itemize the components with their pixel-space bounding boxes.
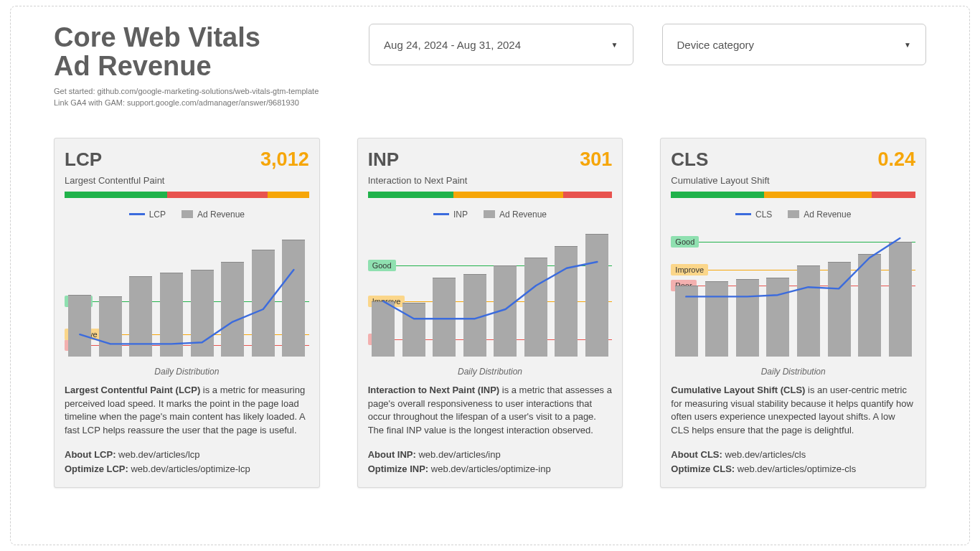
legend-bar: Ad Revenue bbox=[484, 209, 547, 220]
page-title: Core Web Vitals Ad Revenue bbox=[54, 24, 340, 81]
metric-card-inp: INP 301 Interaction to Next Paint INP Ad… bbox=[357, 138, 623, 488]
bar bbox=[99, 296, 122, 357]
bar-swatch-icon bbox=[788, 210, 799, 218]
get-started-link[interactable]: Get started: github.com/google-marketing… bbox=[54, 85, 340, 98]
bar bbox=[494, 265, 517, 357]
chart-legend: LCP Ad Revenue bbox=[65, 209, 309, 220]
threshold-bar bbox=[65, 192, 309, 198]
chart-zone: PoorImproveGood bbox=[671, 222, 915, 362]
legend-line: INP bbox=[433, 209, 468, 220]
about-link[interactable]: web.dev/articles/inp bbox=[418, 449, 500, 460]
metric-value: 0.24 bbox=[877, 149, 915, 171]
legend-line: LCP bbox=[129, 209, 166, 220]
metric-value: 301 bbox=[580, 149, 612, 171]
threshold-seg-red bbox=[872, 192, 915, 198]
bar bbox=[889, 242, 912, 357]
bar bbox=[129, 276, 152, 357]
caret-down-icon: ▼ bbox=[611, 41, 618, 49]
cards-row: LCP 3,012 Largest Contentful Paint LCP A… bbox=[54, 138, 926, 488]
legend-line-label: CLS bbox=[755, 209, 772, 220]
about-link[interactable]: web.dev/articles/cls bbox=[725, 449, 806, 460]
optimize-link[interactable]: web.dev/articles/optimize-lcp bbox=[131, 463, 250, 474]
bar bbox=[585, 234, 608, 357]
threshold-seg-yellow bbox=[764, 192, 872, 198]
metric-links: About LCP: web.dev/articles/lcp Optimize… bbox=[65, 448, 309, 476]
bar bbox=[372, 301, 395, 357]
bar bbox=[191, 270, 214, 357]
chart-caption: Daily Distribution bbox=[65, 367, 309, 377]
bar bbox=[555, 246, 578, 357]
threshold-pill-good: Good bbox=[368, 260, 396, 271]
header-row: Core Web Vitals Ad Revenue Get started: … bbox=[54, 24, 926, 109]
bar bbox=[402, 303, 425, 357]
threshold-pill-good: Good bbox=[671, 236, 699, 248]
threshold-seg-green bbox=[65, 192, 167, 198]
line-swatch-icon bbox=[433, 213, 449, 215]
metric-full-name: Largest Contentful Paint bbox=[65, 175, 309, 186]
bar bbox=[736, 279, 759, 357]
dashboard-frame: Core Web Vitals Ad Revenue Get started: … bbox=[10, 6, 970, 545]
card-header: LCP 3,012 bbox=[65, 149, 309, 171]
header-sublinks: Get started: github.com/google-marketing… bbox=[54, 85, 340, 109]
threshold-pill-improve: Improve bbox=[671, 264, 708, 276]
bar-swatch-icon bbox=[484, 210, 495, 218]
date-range-dropdown[interactable]: Aug 24, 2024 - Aug 31, 2024 ▼ bbox=[369, 24, 633, 65]
chart-caption: Daily Distribution bbox=[671, 367, 915, 377]
bar bbox=[675, 286, 698, 357]
chart-caption: Daily Distribution bbox=[368, 367, 613, 377]
legend-line-label: INP bbox=[453, 209, 468, 220]
chart-legend: CLS Ad Revenue bbox=[671, 209, 915, 220]
chart-zone: PoorImproveGood bbox=[65, 222, 309, 362]
bar-swatch-icon bbox=[182, 210, 193, 218]
bar bbox=[766, 278, 789, 357]
legend-bar: Ad Revenue bbox=[788, 209, 851, 220]
title-line-1: Core Web Vitals bbox=[54, 22, 260, 52]
metric-description: Largest Contentful Paint (LCP) is a metr… bbox=[65, 384, 309, 438]
legend-bar-label: Ad Revenue bbox=[804, 209, 851, 220]
bar bbox=[282, 240, 305, 357]
link-ga4-gam[interactable]: Link GA4 with GAM: support.google.com/ad… bbox=[54, 97, 340, 109]
about-link[interactable]: web.dev/articles/lcp bbox=[118, 449, 199, 460]
title-block: Core Web Vitals Ad Revenue Get started: … bbox=[54, 24, 340, 109]
legend-bar-label: Ad Revenue bbox=[499, 209, 547, 220]
metric-description: Interaction to Next Paint (INP) is a met… bbox=[368, 384, 613, 438]
threshold-bar bbox=[368, 192, 613, 198]
title-line-2: Ad Revenue bbox=[54, 51, 212, 81]
threshold-seg-red bbox=[167, 192, 268, 198]
threshold-line-good bbox=[671, 242, 915, 242]
bar bbox=[705, 281, 728, 357]
card-header: CLS 0.24 bbox=[671, 149, 915, 171]
threshold-bar bbox=[671, 192, 915, 198]
caret-down-icon: ▼ bbox=[904, 41, 911, 49]
metric-abbr: CLS bbox=[671, 149, 708, 171]
metric-abbr: LCP bbox=[65, 149, 102, 171]
metric-card-lcp: LCP 3,012 Largest Contentful Paint LCP A… bbox=[54, 138, 320, 488]
metric-description: Cumulative Layout Shift (CLS) is an user… bbox=[671, 384, 915, 438]
device-category-dropdown[interactable]: Device category ▼ bbox=[662, 24, 926, 65]
bar bbox=[858, 254, 881, 357]
legend-line-label: LCP bbox=[149, 209, 166, 220]
metric-links: About CLS: web.dev/articles/cls Optimize… bbox=[671, 448, 915, 476]
metric-abbr: INP bbox=[368, 149, 399, 171]
bar bbox=[433, 278, 456, 357]
optimize-link[interactable]: web.dev/articles/optimize-cls bbox=[738, 463, 856, 474]
bar bbox=[524, 258, 547, 357]
threshold-seg-green bbox=[368, 192, 453, 198]
line-swatch-icon bbox=[129, 213, 145, 215]
bar bbox=[797, 265, 820, 357]
date-range-value: Aug 24, 2024 - Aug 31, 2024 bbox=[384, 39, 521, 51]
metric-card-cls: CLS 0.24 Cumulative Layout Shift CLS Ad … bbox=[660, 138, 926, 488]
metric-full-name: Interaction to Next Paint bbox=[368, 175, 613, 186]
chart-legend: INP Ad Revenue bbox=[368, 209, 613, 220]
legend-bar-label: Ad Revenue bbox=[197, 209, 245, 220]
metric-links: About INP: web.dev/articles/inp Optimize… bbox=[368, 448, 613, 476]
legend-bar: Ad Revenue bbox=[182, 209, 245, 220]
optimize-link[interactable]: web.dev/articles/optimize-inp bbox=[431, 463, 551, 474]
metric-full-name: Cumulative Layout Shift bbox=[671, 175, 915, 186]
threshold-seg-red bbox=[563, 192, 612, 198]
bar bbox=[463, 274, 486, 356]
threshold-seg-green bbox=[671, 192, 763, 198]
legend-line: CLS bbox=[735, 209, 772, 220]
metric-value: 3,012 bbox=[260, 149, 309, 171]
bar bbox=[160, 273, 183, 357]
